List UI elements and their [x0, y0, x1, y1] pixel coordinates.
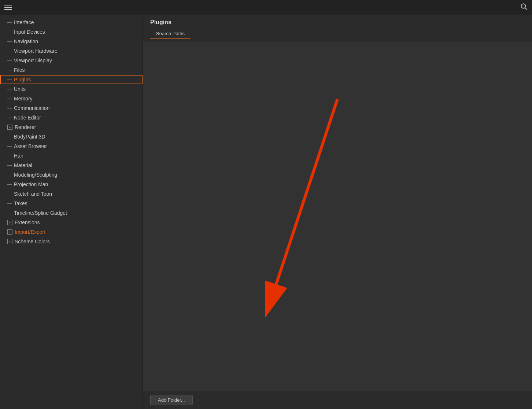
search-icon[interactable]	[520, 3, 528, 12]
svg-line-3	[267, 99, 337, 312]
sidebar-item-node-editor[interactable]: —Node Editor	[0, 113, 143, 122]
dash-icon: —	[7, 172, 12, 177]
sidebar-item-units[interactable]: —Units	[0, 84, 143, 94]
main-layout: —Interface—Input Devices—Navigation—View…	[0, 15, 532, 409]
sidebar-item-hair[interactable]: —Hair	[0, 151, 143, 161]
sidebar-item-communication[interactable]: —Communication	[0, 103, 143, 113]
content-tabs: Search Paths	[150, 29, 525, 39]
sidebar-item-label: Extensions	[15, 220, 40, 225]
dash-icon: —	[7, 115, 12, 120]
dash-icon: —	[7, 106, 12, 111]
tab-search-paths[interactable]: Search Paths	[150, 29, 191, 39]
dash-icon: —	[7, 134, 12, 139]
dash-icon: —	[7, 153, 12, 158]
dash-icon: —	[7, 210, 12, 215]
sidebar-item-label: Import/Export	[15, 229, 45, 235]
sidebar-item-label: Asset Browser	[14, 143, 47, 149]
sidebar-item-modeling-sculpting[interactable]: —Modeling/Sculpting	[0, 170, 143, 180]
sidebar-item-plugins[interactable]: —Plugins	[0, 75, 143, 84]
dash-icon: —	[7, 191, 12, 196]
dash-icon: —	[7, 48, 12, 54]
dash-icon: —	[7, 29, 12, 34]
dash-icon: —	[7, 144, 12, 149]
sidebar-item-label: BodyPaint 3D	[14, 134, 45, 140]
sidebar-item-label: Files	[14, 67, 25, 73]
sidebar-item-takes[interactable]: —Takes	[0, 199, 143, 208]
sidebar-item-asset-browser[interactable]: —Asset Browser	[0, 141, 143, 151]
sidebar-item-bodypaint-3d[interactable]: —BodyPaint 3D	[0, 132, 143, 141]
sidebar-item-label: Navigation	[14, 38, 38, 44]
dash-icon: —	[7, 20, 12, 25]
sidebar-item-viewport-display[interactable]: —Viewport Display	[0, 56, 143, 65]
dash-icon: —	[7, 39, 12, 44]
content-header: Plugins Search Paths	[143, 15, 532, 39]
sidebar-item-label: Viewport Display	[14, 58, 52, 63]
dash-icon: —	[7, 201, 12, 206]
sidebar-item-label: Timeline/Spline Gadget	[14, 210, 67, 216]
sidebar-item-label: Units	[14, 86, 26, 92]
sidebar-item-navigation[interactable]: —Navigation	[0, 37, 143, 46]
sidebar-item-material[interactable]: —Material	[0, 161, 143, 170]
expand-icon: +	[7, 229, 12, 235]
dash-icon: —	[7, 58, 12, 63]
sidebar-item-label: Modeling/Sculpting	[14, 172, 57, 178]
sidebar-item-label: Renderer	[15, 124, 36, 130]
dash-icon: —	[7, 96, 12, 101]
dash-icon: —	[7, 163, 12, 168]
sidebar-item-label: Viewport Hardware	[14, 48, 58, 54]
dash-icon: —	[7, 77, 12, 82]
sidebar-item-label: Plugins	[14, 77, 31, 82]
content-body	[143, 42, 532, 391]
hamburger-menu-icon[interactable]	[4, 5, 12, 10]
sidebar: —Interface—Input Devices—Navigation—View…	[0, 15, 143, 409]
dash-icon: —	[7, 86, 12, 92]
expand-icon: +	[7, 239, 12, 244]
sidebar-item-label: Communication	[14, 105, 49, 111]
dash-icon: —	[7, 67, 12, 73]
sidebar-item-viewport-hardware[interactable]: —Viewport Hardware	[0, 46, 143, 56]
sidebar-item-interface[interactable]: —Interface	[0, 18, 143, 27]
sidebar-item-files[interactable]: —Files	[0, 65, 143, 75]
sidebar-item-import-export[interactable]: +Import/Export	[0, 227, 143, 237]
sidebar-item-sketch-and-toon[interactable]: —Sketch and Toon	[0, 189, 143, 199]
sidebar-item-projection-man[interactable]: —Projection Man	[0, 180, 143, 189]
sidebar-item-extensions[interactable]: +Extensions	[0, 218, 143, 227]
top-bar	[0, 0, 532, 15]
svg-line-1	[525, 8, 527, 10]
sidebar-item-renderer[interactable]: +Renderer	[0, 122, 143, 132]
sidebar-item-label: Hair	[14, 153, 23, 159]
sidebar-item-label: Input Devices	[14, 29, 45, 35]
sidebar-item-label: Projection Man	[14, 181, 48, 187]
sidebar-item-label: Takes	[14, 200, 27, 206]
content-title: Plugins	[150, 19, 525, 26]
sidebar-item-label: Material	[14, 162, 32, 168]
arrow-annotation	[143, 42, 532, 391]
sidebar-item-scheme-colors[interactable]: +Scheme Colors	[0, 237, 143, 246]
expand-icon: +	[7, 125, 12, 130]
sidebar-item-memory[interactable]: —Memory	[0, 94, 143, 103]
expand-icon: +	[7, 220, 12, 225]
dash-icon: —	[7, 182, 12, 187]
sidebar-item-label: Node Editor	[14, 115, 41, 121]
content-area: Plugins Search Paths Add Folder...	[143, 15, 532, 409]
add-folder-button[interactable]: Add Folder...	[150, 395, 193, 405]
sidebar-item-timeline-spline-gadget[interactable]: —Timeline/Spline Gadget	[0, 208, 143, 218]
content-footer: Add Folder...	[143, 391, 532, 409]
sidebar-item-label: Scheme Colors	[15, 239, 50, 244]
sidebar-item-label: Sketch and Toon	[14, 191, 52, 197]
sidebar-item-label: Interface	[14, 19, 34, 25]
sidebar-item-input-devices[interactable]: —Input Devices	[0, 27, 143, 37]
sidebar-item-label: Memory	[14, 96, 33, 102]
